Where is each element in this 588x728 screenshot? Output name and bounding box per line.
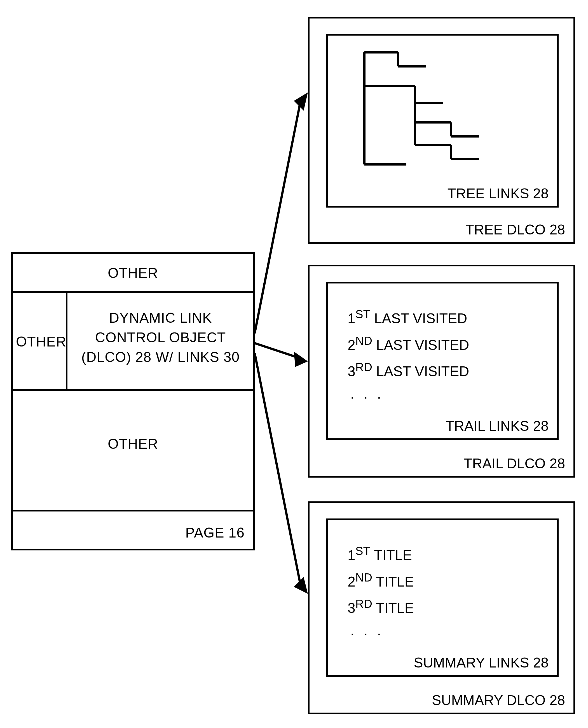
summary-line-1: 1ST TITLE xyxy=(348,540,414,566)
svg-marker-17 xyxy=(294,351,308,367)
tree-glyph-icon xyxy=(348,47,504,178)
tree-dlco-box: TREE LINKS 28 TREE DLCO 28 xyxy=(308,17,575,244)
trail-links-box: 1ST LAST VISITED 2ND LAST VISITED 3RD LA… xyxy=(326,282,559,440)
summary-dlco-caption: SUMMARY DLCO 28 xyxy=(432,692,565,708)
other-left-label: OTHER xyxy=(16,333,66,350)
page-row-other-bottom: OTHER xyxy=(13,391,253,511)
summary-line-3: 3RD TITLE xyxy=(348,593,414,619)
trail-line-3: 3RD LAST VISITED xyxy=(348,356,469,383)
page-other-left-cell: OTHER xyxy=(13,293,67,389)
trail-list: 1ST LAST VISITED 2ND LAST VISITED 3RD LA… xyxy=(348,303,469,405)
summary-links-box: 1ST TITLE 2ND TITLE 3RD TITLE . . . SUMM… xyxy=(326,519,559,677)
svg-line-14 xyxy=(255,99,301,333)
tree-links-box: TREE LINKS 28 xyxy=(326,34,559,207)
trail-dlco-caption: TRAIL DLCO 28 xyxy=(464,456,565,472)
page-caption: PAGE 16 xyxy=(185,525,245,541)
page-row-dlco: OTHER DYNAMIC LINK CONTROL OBJECT (DLCO)… xyxy=(13,293,253,391)
svg-marker-19 xyxy=(294,577,308,594)
svg-line-18 xyxy=(255,353,301,587)
summary-dlco-box: 1ST TITLE 2ND TITLE 3RD TITLE . . . SUMM… xyxy=(308,501,575,714)
summary-line-2: 2ND TITLE xyxy=(348,566,414,593)
summary-list: 1ST TITLE 2ND TITLE 3RD TITLE . . . xyxy=(348,540,414,642)
tree-links-caption: TREE LINKS 28 xyxy=(447,185,548,202)
dlco-label-2: CONTROL OBJECT xyxy=(67,329,254,346)
other-bottom-label: OTHER xyxy=(13,436,253,452)
summary-links-caption: SUMMARY LINKS 28 xyxy=(414,654,548,671)
svg-marker-15 xyxy=(294,93,308,110)
tree-dlco-caption: TREE DLCO 28 xyxy=(465,222,565,238)
page-row-other-top: OTHER xyxy=(13,254,253,293)
other-top-label: OTHER xyxy=(13,265,253,281)
page-row-caption: PAGE 16 xyxy=(13,511,253,548)
trail-line-2: 2ND LAST VISITED xyxy=(348,330,469,356)
trail-dots: . . . xyxy=(350,383,469,405)
dlco-label-1: DYNAMIC LINK xyxy=(67,310,254,326)
trail-dlco-box: 1ST LAST VISITED 2ND LAST VISITED 3RD LA… xyxy=(308,265,575,478)
summary-dots: . . . xyxy=(350,619,414,642)
svg-line-16 xyxy=(255,343,301,359)
trail-line-1: 1ST LAST VISITED xyxy=(348,303,469,330)
page-box: OTHER OTHER DYNAMIC LINK CONTROL OBJECT … xyxy=(11,252,255,550)
dlco-label-3: (DLCO) 28 W/ LINKS 30 xyxy=(67,349,254,365)
trail-links-caption: TRAIL LINKS 28 xyxy=(445,418,548,434)
